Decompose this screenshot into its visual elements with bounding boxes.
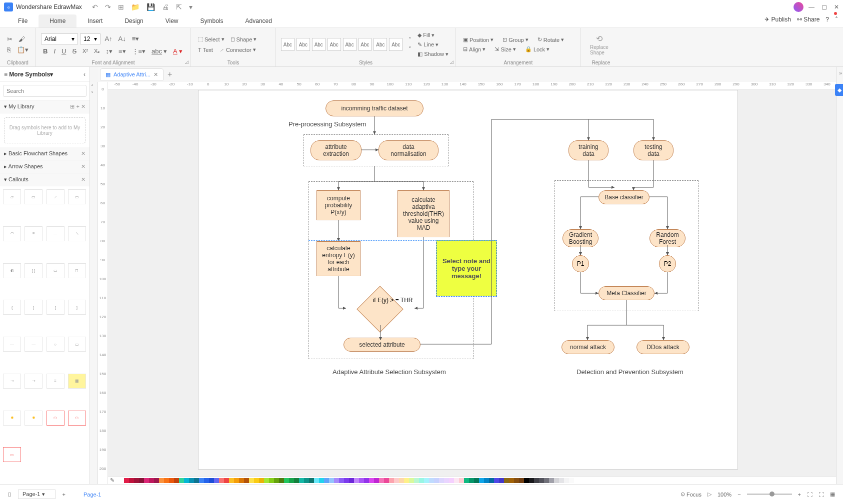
shadow-menu[interactable]: ◧ Shadow▾ bbox=[416, 50, 450, 58]
color-swatch[interactable] bbox=[359, 478, 364, 483]
share-button[interactable]: ⚯ Share bbox=[797, 16, 820, 23]
font-dialog-icon[interactable]: ◿ bbox=[185, 59, 188, 64]
position-menu[interactable]: ▣ Position▾ bbox=[461, 35, 496, 44]
callout-shape[interactable]: ⟋ bbox=[46, 189, 64, 204]
callout-shape[interactable]: ⊸ bbox=[24, 374, 42, 389]
node-training[interactable]: training data bbox=[568, 140, 608, 160]
size-menu[interactable]: ⇲ Size▾ bbox=[492, 45, 518, 53]
zoom-slider[interactable] bbox=[747, 494, 792, 495]
font-select[interactable]: Arial▾ bbox=[41, 33, 78, 44]
color-swatch[interactable] bbox=[124, 478, 129, 483]
color-swatch[interactable] bbox=[509, 478, 514, 483]
align-h-icon[interactable]: ≡▾ bbox=[130, 34, 142, 43]
print-icon[interactable]: 🖨 bbox=[162, 3, 169, 11]
cut-icon[interactable]: ✂ bbox=[5, 34, 14, 44]
page-selector[interactable]: Page-1 ▾ bbox=[18, 490, 56, 499]
line-spacing-icon[interactable]: ≡▾ bbox=[116, 46, 128, 56]
color-swatch[interactable] bbox=[224, 478, 229, 483]
redo-icon[interactable]: ↷ bbox=[105, 3, 111, 11]
tab-symbols[interactable]: Symbols bbox=[190, 14, 234, 27]
symbol-search-input[interactable] bbox=[3, 85, 86, 97]
decrease-font-icon[interactable]: A↓ bbox=[116, 34, 128, 43]
new-icon[interactable]: ⊞ bbox=[118, 3, 124, 11]
color-swatch[interactable] bbox=[284, 478, 289, 483]
color-swatch[interactable] bbox=[419, 478, 424, 483]
undo-icon[interactable]: ↶ bbox=[92, 3, 98, 11]
color-swatch[interactable] bbox=[424, 478, 429, 483]
line-menu[interactable]: ✎ Line▾ bbox=[416, 40, 450, 49]
color-swatch[interactable] bbox=[119, 478, 124, 483]
bold-icon[interactable]: B bbox=[41, 46, 50, 56]
format-painter-icon[interactable]: 🖌 bbox=[16, 34, 27, 44]
vruler-down-icon[interactable]: ˅ bbox=[91, 91, 94, 96]
strike-icon[interactable]: S bbox=[70, 46, 78, 56]
color-swatch[interactable] bbox=[529, 478, 534, 483]
color-swatch[interactable] bbox=[234, 478, 239, 483]
page-panel-icon[interactable]: ▯ bbox=[8, 491, 11, 498]
text-height-icon[interactable]: ↕▾ bbox=[104, 46, 114, 56]
color-swatch[interactable] bbox=[339, 478, 344, 483]
callout-shape[interactable]: ⊸ bbox=[3, 374, 21, 389]
callout-shape[interactable]: ] bbox=[68, 300, 86, 315]
color-swatch[interactable] bbox=[304, 478, 309, 483]
color-swatch[interactable] bbox=[159, 478, 164, 483]
italic-icon[interactable]: I bbox=[52, 46, 58, 56]
color-swatch[interactable] bbox=[454, 478, 459, 483]
callout-shape[interactable]: } bbox=[24, 300, 42, 315]
section-basic-flowchart[interactable]: ▸ Basic Flowchart Shapes✕ bbox=[0, 147, 90, 160]
color-swatch[interactable] bbox=[364, 478, 369, 483]
color-swatch[interactable] bbox=[464, 478, 469, 483]
canvas-viewport[interactable]: incomming traffic dataset Pre-processing… bbox=[108, 90, 836, 476]
styles-dialog-icon[interactable]: ◿ bbox=[450, 59, 454, 64]
color-swatch[interactable] bbox=[199, 478, 204, 483]
callout-shape[interactable]: — bbox=[3, 337, 21, 352]
color-swatch[interactable] bbox=[189, 478, 194, 483]
color-swatch[interactable] bbox=[129, 478, 134, 483]
font-size-select[interactable]: 12▾ bbox=[80, 33, 100, 44]
color-swatch[interactable] bbox=[504, 478, 509, 483]
color-swatch[interactable] bbox=[314, 478, 319, 483]
styles-up-icon[interactable]: ˄ bbox=[406, 35, 414, 44]
paste-icon[interactable]: 📋▾ bbox=[15, 45, 30, 54]
tab-insert[interactable]: Insert bbox=[76, 14, 114, 27]
color-swatch[interactable] bbox=[229, 478, 234, 483]
underline-icon[interactable]: U bbox=[60, 46, 68, 56]
node-meta-classifier[interactable]: Meta Classifier bbox=[598, 286, 654, 300]
style-preset-7[interactable]: Abc bbox=[374, 38, 387, 51]
publish-button[interactable]: ✈ Publish bbox=[764, 16, 791, 23]
callout-shape[interactable]: ◻ bbox=[68, 263, 86, 278]
qat-more-icon[interactable]: ▾ bbox=[189, 3, 192, 11]
color-swatch[interactable] bbox=[414, 478, 419, 483]
color-swatch[interactable] bbox=[249, 478, 254, 483]
connector-tool[interactable]: ⟋ Connector▾ bbox=[217, 45, 258, 54]
node-calc-thr[interactable]: calculate adaptiva threshold(THR) value … bbox=[398, 190, 450, 237]
color-swatch[interactable] bbox=[534, 478, 539, 483]
view-mode-icon[interactable]: ▦ bbox=[830, 491, 835, 498]
user-avatar[interactable] bbox=[794, 2, 804, 12]
color-swatch[interactable] bbox=[289, 478, 294, 483]
node-data-norm[interactable]: data normalisation bbox=[378, 140, 438, 160]
style-preset-2[interactable]: Abc bbox=[296, 38, 310, 51]
color-swatch[interactable] bbox=[479, 478, 484, 483]
color-swatch[interactable] bbox=[514, 478, 519, 483]
color-swatch[interactable] bbox=[179, 478, 184, 483]
color-swatch[interactable] bbox=[164, 478, 169, 483]
color-swatch[interactable] bbox=[294, 478, 299, 483]
color-swatch[interactable] bbox=[564, 478, 569, 483]
color-swatch[interactable] bbox=[474, 478, 479, 483]
color-swatch[interactable] bbox=[344, 478, 349, 483]
color-swatch[interactable] bbox=[139, 478, 144, 483]
zoom-out-icon[interactable]: − bbox=[738, 492, 740, 498]
callout-burst-shape[interactable]: ✹ bbox=[24, 411, 42, 426]
close-button[interactable]: ✕ bbox=[834, 3, 839, 10]
color-swatch[interactable] bbox=[399, 478, 404, 483]
color-swatch[interactable] bbox=[549, 478, 554, 483]
color-swatch[interactable] bbox=[439, 478, 444, 483]
superscript-icon[interactable]: X² bbox=[80, 47, 90, 55]
color-swatch[interactable] bbox=[444, 478, 449, 483]
vruler-up-icon[interactable]: ˄ bbox=[91, 84, 94, 89]
color-swatch[interactable] bbox=[154, 478, 159, 483]
zoom-in-icon[interactable]: + bbox=[798, 492, 801, 498]
color-swatch[interactable] bbox=[354, 478, 359, 483]
color-swatch[interactable] bbox=[144, 478, 149, 483]
